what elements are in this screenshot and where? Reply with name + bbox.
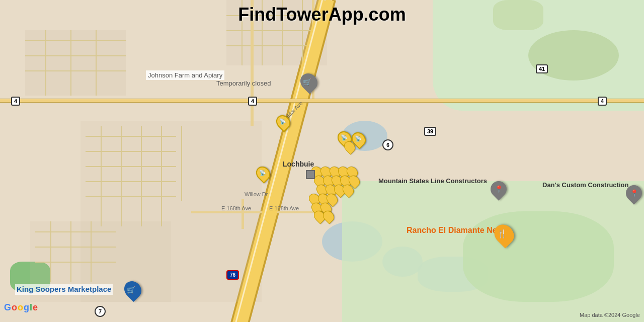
res-road-5	[86, 196, 176, 197]
res-road-2	[86, 151, 176, 152]
google-o2: o	[18, 302, 23, 313]
res2-v-2	[70, 221, 71, 282]
tower-cluster-21[interactable]	[324, 210, 334, 222]
map-copyright: Map data ©2024 Google	[580, 312, 640, 318]
tower-marker-5[interactable]	[345, 141, 355, 153]
mountain-states-marker[interactable]	[491, 181, 507, 197]
res2-road-3	[35, 262, 116, 263]
res-v-road-3	[141, 126, 142, 226]
dans-pin	[622, 182, 644, 204]
route-shield-4-right: 4	[598, 97, 607, 106]
route4-road	[0, 99, 644, 103]
tc-v-2	[262, 0, 263, 65]
res-v-road-2	[121, 126, 122, 226]
res-road-3	[86, 166, 176, 167]
tc-v-4	[302, 0, 303, 65]
google-e: e	[33, 302, 38, 313]
google-logo: G o o g l e	[4, 302, 38, 313]
green-blob	[463, 211, 614, 302]
res2-road-1	[35, 231, 116, 232]
route-shield-4-mid: 4	[248, 97, 257, 106]
tower-cluster-14[interactable]	[343, 184, 353, 196]
google-l: l	[30, 302, 32, 313]
tl-road-3	[25, 70, 126, 71]
res-road-1	[86, 136, 176, 137]
res-road-4	[86, 181, 176, 182]
route-shield-76: 76	[226, 270, 239, 280]
mountain-states-pin	[487, 178, 510, 200]
tc-v-3	[282, 0, 283, 65]
route-shield-39: 39	[424, 127, 436, 136]
res-v-road-4	[161, 126, 162, 226]
tl-v-3	[96, 30, 97, 96]
tc-road-1	[226, 15, 317, 16]
building-marker	[306, 170, 315, 179]
johnson-farm-marker[interactable]	[301, 73, 317, 91]
tower-marker-1[interactable]	[277, 115, 290, 130]
route-shield-7: 7	[95, 306, 106, 317]
green-area-2	[493, 0, 543, 30]
v-road-willow	[242, 199, 244, 229]
mountain-states-label: Mountain States Line Constructors	[378, 177, 487, 186]
google-g: G	[4, 302, 11, 313]
tower-cs-21	[320, 208, 336, 224]
tl-road-1	[25, 40, 126, 41]
king-soopers-marker[interactable]	[125, 281, 141, 299]
tc-v-1	[242, 0, 243, 65]
temp-closed-label: Temporarily closed	[216, 79, 271, 87]
johnson-farm-label: Johnson Farm and Apiary	[146, 70, 224, 80]
tl-v-2	[70, 30, 71, 96]
king-soopers-label: King Soopers Marketplace	[15, 284, 113, 295]
res-v-road-1	[101, 126, 102, 226]
google-o1: o	[12, 302, 17, 313]
tower-marker-2[interactable]	[257, 166, 270, 181]
dans-marker[interactable]	[626, 185, 642, 201]
route-shield-6: 6	[382, 139, 393, 150]
route-shield-4-left: 4	[11, 97, 20, 106]
johnson-farm-pin	[297, 70, 321, 94]
v-road-valdai	[251, 0, 254, 126]
dans-label: Dan's Custom Construction	[542, 181, 628, 190]
res2-road-2	[35, 247, 116, 248]
res2-v-1	[50, 221, 51, 282]
map-container[interactable]: FindTowerApp.com 4 4 4 41 39 6 76 7 Vald…	[0, 0, 644, 322]
tc-road-2	[226, 30, 317, 31]
res2-v-3	[91, 221, 92, 282]
rancho-marker[interactable]	[495, 224, 513, 245]
route-shield-41: 41	[536, 64, 548, 73]
tl-v-1	[45, 30, 46, 96]
res-v-road-5	[181, 126, 182, 201]
google-g2: g	[24, 302, 29, 313]
tc-road-3	[226, 45, 317, 46]
tl-road-2	[25, 55, 126, 56]
